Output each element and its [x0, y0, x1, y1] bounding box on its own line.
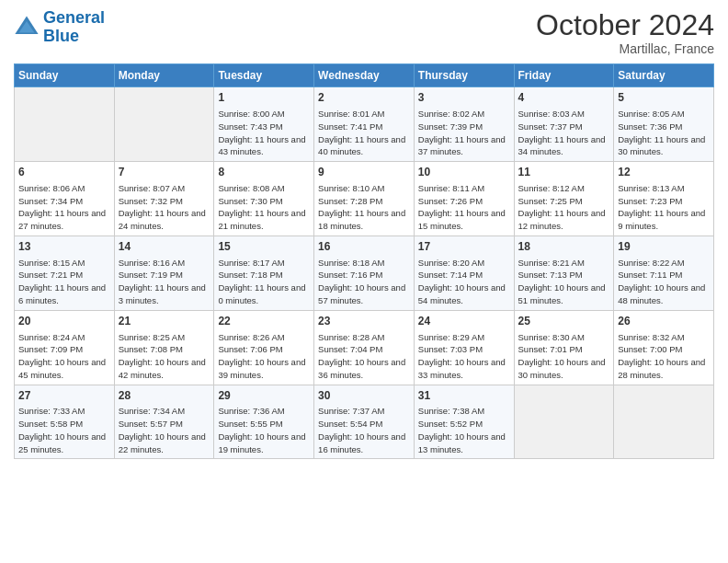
- day-cell: 16Sunrise: 8:18 AM Sunset: 7:16 PM Dayli…: [314, 236, 415, 310]
- day-number: 31: [418, 388, 510, 404]
- day-number: 14: [119, 239, 210, 255]
- day-cell: 30Sunrise: 7:37 AM Sunset: 5:54 PM Dayli…: [314, 385, 415, 459]
- day-cell: 12Sunrise: 8:13 AM Sunset: 7:23 PM Dayli…: [614, 162, 714, 236]
- logo-text: General Blue: [43, 9, 105, 46]
- day-cell: [114, 87, 214, 162]
- day-number: 5: [618, 90, 710, 106]
- col-header-thursday: Thursday: [414, 64, 514, 87]
- day-cell: 22Sunrise: 8:26 AM Sunset: 7:06 PM Dayli…: [214, 310, 314, 385]
- day-number: 24: [418, 314, 510, 329]
- day-cell: 26Sunrise: 8:32 AM Sunset: 7:00 PM Dayli…: [614, 310, 714, 385]
- day-info: Sunrise: 8:01 AM Sunset: 7:41 PM Dayligh…: [318, 108, 410, 158]
- day-cell: 9Sunrise: 8:10 AM Sunset: 7:28 PM Daylig…: [314, 162, 415, 236]
- day-info: Sunrise: 8:10 AM Sunset: 7:28 PM Dayligh…: [318, 182, 410, 233]
- day-info: Sunrise: 7:37 AM Sunset: 5:54 PM Dayligh…: [318, 405, 410, 455]
- day-number: 3: [418, 90, 510, 106]
- col-header-sunday: Sunday: [15, 64, 115, 87]
- day-cell: 13Sunrise: 8:15 AM Sunset: 7:21 PM Dayli…: [15, 236, 115, 310]
- day-info: Sunrise: 8:18 AM Sunset: 7:16 PM Dayligh…: [318, 257, 410, 307]
- day-info: Sunrise: 8:08 AM Sunset: 7:30 PM Dayligh…: [218, 182, 310, 233]
- day-cell: [514, 385, 614, 459]
- day-cell: 7Sunrise: 8:07 AM Sunset: 7:32 PM Daylig…: [114, 162, 214, 236]
- day-number: 19: [618, 239, 710, 255]
- day-number: 7: [119, 165, 210, 180]
- day-info: Sunrise: 8:12 AM Sunset: 7:25 PM Dayligh…: [518, 182, 610, 233]
- day-number: 6: [18, 165, 110, 180]
- day-number: 25: [518, 314, 610, 329]
- day-info: Sunrise: 8:32 AM Sunset: 7:00 PM Dayligh…: [618, 331, 710, 382]
- day-number: 10: [418, 165, 510, 180]
- day-number: 27: [18, 388, 110, 404]
- col-header-friday: Friday: [514, 64, 614, 87]
- day-number: 21: [119, 314, 210, 329]
- day-info: Sunrise: 7:33 AM Sunset: 5:58 PM Dayligh…: [18, 405, 110, 455]
- day-cell: 6Sunrise: 8:06 AM Sunset: 7:34 PM Daylig…: [15, 162, 115, 236]
- day-cell: [614, 385, 714, 459]
- day-info: Sunrise: 7:38 AM Sunset: 5:52 PM Dayligh…: [418, 405, 510, 455]
- day-number: 28: [119, 388, 210, 404]
- day-info: Sunrise: 8:13 AM Sunset: 7:23 PM Dayligh…: [618, 182, 710, 233]
- day-info: Sunrise: 7:36 AM Sunset: 5:55 PM Dayligh…: [218, 405, 310, 455]
- day-cell: 3Sunrise: 8:02 AM Sunset: 7:39 PM Daylig…: [414, 87, 514, 162]
- day-info: Sunrise: 7:34 AM Sunset: 5:57 PM Dayligh…: [119, 405, 210, 455]
- day-number: 9: [318, 165, 410, 180]
- page: General Blue October 2024 Martillac, Fra…: [0, 0, 728, 563]
- day-cell: 31Sunrise: 7:38 AM Sunset: 5:52 PM Dayli…: [414, 385, 514, 459]
- month-title: October 2024: [536, 9, 714, 41]
- logo-blue: Blue: [43, 27, 79, 45]
- week-row-1: 1Sunrise: 8:00 AM Sunset: 7:43 PM Daylig…: [15, 87, 714, 162]
- day-cell: 15Sunrise: 8:17 AM Sunset: 7:18 PM Dayli…: [214, 236, 314, 310]
- day-info: Sunrise: 8:30 AM Sunset: 7:01 PM Dayligh…: [518, 331, 610, 382]
- day-cell: 19Sunrise: 8:22 AM Sunset: 7:11 PM Dayli…: [614, 236, 714, 310]
- logo: General Blue: [14, 9, 105, 46]
- day-info: Sunrise: 8:29 AM Sunset: 7:03 PM Dayligh…: [418, 331, 510, 382]
- day-number: 12: [618, 165, 710, 180]
- location-subtitle: Martillac, France: [536, 41, 714, 56]
- day-cell: 28Sunrise: 7:34 AM Sunset: 5:57 PM Dayli…: [114, 385, 214, 459]
- week-row-2: 6Sunrise: 8:06 AM Sunset: 7:34 PM Daylig…: [15, 162, 714, 236]
- header: General Blue October 2024 Martillac, Fra…: [14, 9, 714, 56]
- col-header-monday: Monday: [114, 64, 214, 87]
- day-cell: 1Sunrise: 8:00 AM Sunset: 7:43 PM Daylig…: [214, 87, 314, 162]
- day-info: Sunrise: 8:25 AM Sunset: 7:08 PM Dayligh…: [119, 331, 210, 382]
- day-cell: 23Sunrise: 8:28 AM Sunset: 7:04 PM Dayli…: [314, 310, 415, 385]
- day-cell: 21Sunrise: 8:25 AM Sunset: 7:08 PM Dayli…: [114, 310, 214, 385]
- day-number: 8: [218, 165, 310, 180]
- day-info: Sunrise: 8:17 AM Sunset: 7:18 PM Dayligh…: [218, 257, 310, 307]
- day-info: Sunrise: 8:15 AM Sunset: 7:21 PM Dayligh…: [18, 257, 110, 307]
- day-number: 4: [518, 90, 610, 106]
- day-info: Sunrise: 8:03 AM Sunset: 7:37 PM Dayligh…: [518, 108, 610, 158]
- day-cell: 11Sunrise: 8:12 AM Sunset: 7:25 PM Dayli…: [514, 162, 614, 236]
- title-block: October 2024 Martillac, France: [536, 9, 714, 56]
- logo-general: General: [43, 8, 105, 27]
- day-number: 16: [318, 239, 410, 255]
- day-number: 22: [218, 314, 310, 329]
- day-number: 13: [18, 239, 110, 255]
- day-cell: 29Sunrise: 7:36 AM Sunset: 5:55 PM Dayli…: [214, 385, 314, 459]
- day-number: 26: [618, 314, 710, 329]
- day-cell: 14Sunrise: 8:16 AM Sunset: 7:19 PM Dayli…: [114, 236, 214, 310]
- week-row-3: 13Sunrise: 8:15 AM Sunset: 7:21 PM Dayli…: [15, 236, 714, 310]
- calendar-table: SundayMondayTuesdayWednesdayThursdayFrid…: [14, 63, 714, 459]
- day-cell: 10Sunrise: 8:11 AM Sunset: 7:26 PM Dayli…: [414, 162, 514, 236]
- day-number: 15: [218, 239, 310, 255]
- day-number: 2: [318, 90, 410, 106]
- day-cell: 24Sunrise: 8:29 AM Sunset: 7:03 PM Dayli…: [414, 310, 514, 385]
- day-info: Sunrise: 8:16 AM Sunset: 7:19 PM Dayligh…: [119, 257, 210, 307]
- day-number: 29: [218, 388, 310, 404]
- day-cell: 25Sunrise: 8:30 AM Sunset: 7:01 PM Dayli…: [514, 310, 614, 385]
- col-header-wednesday: Wednesday: [314, 64, 415, 87]
- day-cell: 20Sunrise: 8:24 AM Sunset: 7:09 PM Dayli…: [15, 310, 115, 385]
- day-cell: 8Sunrise: 8:08 AM Sunset: 7:30 PM Daylig…: [214, 162, 314, 236]
- day-cell: [15, 87, 115, 162]
- day-info: Sunrise: 8:22 AM Sunset: 7:11 PM Dayligh…: [618, 257, 710, 307]
- day-cell: 2Sunrise: 8:01 AM Sunset: 7:41 PM Daylig…: [314, 87, 415, 162]
- day-info: Sunrise: 8:06 AM Sunset: 7:34 PM Dayligh…: [18, 182, 110, 233]
- day-info: Sunrise: 8:24 AM Sunset: 7:09 PM Dayligh…: [18, 331, 110, 382]
- day-info: Sunrise: 8:28 AM Sunset: 7:04 PM Dayligh…: [318, 331, 410, 382]
- day-cell: 5Sunrise: 8:05 AM Sunset: 7:36 PM Daylig…: [614, 87, 714, 162]
- day-info: Sunrise: 8:11 AM Sunset: 7:26 PM Dayligh…: [418, 182, 510, 233]
- day-cell: 4Sunrise: 8:03 AM Sunset: 7:37 PM Daylig…: [514, 87, 614, 162]
- day-cell: 17Sunrise: 8:20 AM Sunset: 7:14 PM Dayli…: [414, 236, 514, 310]
- day-number: 17: [418, 239, 510, 255]
